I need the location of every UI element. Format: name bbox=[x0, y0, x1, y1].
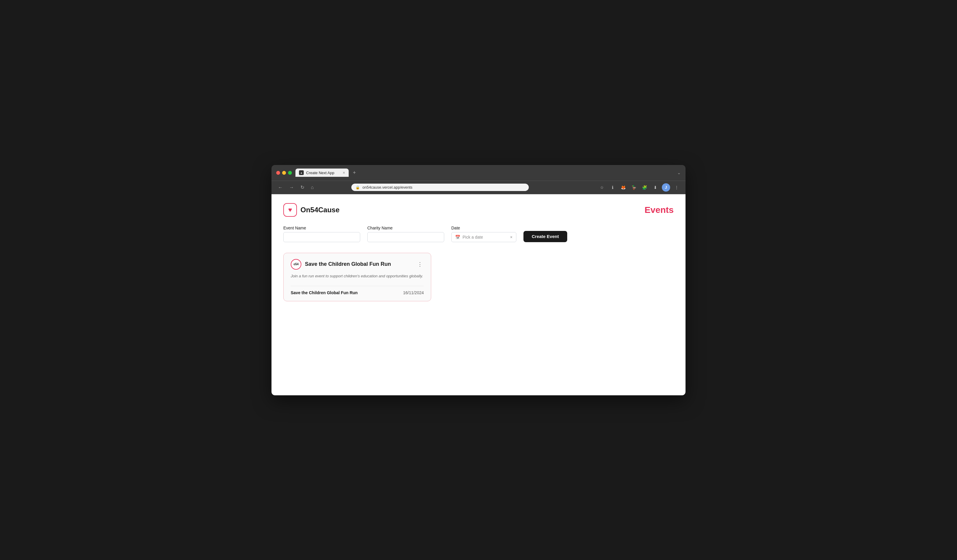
extension-icon-2[interactable]: 🦆 bbox=[630, 183, 638, 192]
new-tab-button[interactable]: + bbox=[351, 169, 358, 177]
home-button[interactable]: ⌂ bbox=[309, 184, 316, 191]
lock-icon: 🔒 bbox=[355, 185, 360, 189]
event-name-label: Event Name bbox=[283, 226, 360, 230]
event-description: Join a fun run event to support children… bbox=[291, 273, 424, 279]
user-avatar[interactable]: J bbox=[662, 183, 670, 192]
close-button[interactable] bbox=[276, 171, 280, 175]
forward-button[interactable]: → bbox=[287, 184, 296, 191]
nav-actions: ☆ ℹ 🦊 🦆 🧩 ⬇ J ⋮ bbox=[598, 183, 681, 192]
tab-close-button[interactable]: × bbox=[343, 170, 345, 175]
app-header: ♥ On54Cause Events bbox=[283, 203, 674, 217]
tab-title: Create Next App bbox=[306, 170, 334, 175]
date-label: Date bbox=[451, 226, 516, 230]
event-title-row: o54 Save the Children Global Fun Run bbox=[291, 259, 391, 270]
tab-bar: Create Next App × + bbox=[295, 169, 674, 177]
charity-name-field: Charity Name bbox=[367, 226, 444, 242]
extension-icon-1[interactable]: 🦊 bbox=[619, 183, 627, 192]
logo-heart-icon: ♥ bbox=[288, 206, 292, 214]
back-button[interactable]: ← bbox=[276, 184, 284, 191]
calendar-icon: 📅 bbox=[455, 235, 460, 240]
page-title: Events bbox=[645, 205, 674, 215]
navbar: ← → ↻ ⌂ 🔒 on54cause.vercel.app/events ☆ … bbox=[272, 181, 685, 194]
event-name-input[interactable] bbox=[283, 232, 360, 242]
bookmark-icon[interactable]: ☆ bbox=[598, 183, 606, 192]
app-name: On54Cause bbox=[300, 206, 340, 214]
download-icon[interactable]: ⬇ bbox=[651, 183, 660, 192]
event-date: 16/11/2024 bbox=[403, 290, 424, 295]
extension-icon-3[interactable]: 🧩 bbox=[641, 183, 649, 192]
event-badge: o54 bbox=[291, 259, 302, 270]
page-content: ♥ On54Cause Events Event Name Charity Na… bbox=[272, 194, 685, 395]
date-placeholder-text: Pick a date bbox=[463, 235, 508, 240]
traffic-lights bbox=[276, 171, 292, 175]
fullscreen-button[interactable] bbox=[288, 171, 292, 175]
minimize-button[interactable] bbox=[282, 171, 286, 175]
logo-icon: ♥ bbox=[283, 203, 297, 217]
date-clear-icon[interactable]: × bbox=[510, 235, 513, 240]
create-event-button[interactable]: Create Event bbox=[523, 231, 567, 242]
menu-icon[interactable]: ⋮ bbox=[673, 183, 681, 192]
event-card: o54 Save the Children Global Fun Run ⋮ J… bbox=[283, 253, 431, 301]
tab-expand-icon[interactable]: ⌄ bbox=[677, 170, 681, 175]
events-list: o54 Save the Children Global Fun Run ⋮ J… bbox=[283, 253, 674, 301]
event-charity-name: Save the Children Global Fun Run bbox=[291, 290, 357, 295]
charity-name-label: Charity Name bbox=[367, 226, 444, 230]
event-name: Save the Children Global Fun Run bbox=[305, 261, 391, 267]
event-footer: Save the Children Global Fun Run 16/11/2… bbox=[291, 286, 424, 295]
event-name-field: Event Name bbox=[283, 226, 360, 242]
create-event-form: Event Name Charity Name Date 📅 Pick a da… bbox=[283, 226, 674, 242]
address-bar[interactable]: 🔒 on54cause.vercel.app/events bbox=[351, 184, 529, 191]
info-icon[interactable]: ℹ bbox=[609, 183, 617, 192]
url-text: on54cause.vercel.app/events bbox=[362, 185, 412, 189]
browser-window: Create Next App × + ⌄ ← → ↻ ⌂ 🔒 on54caus… bbox=[272, 165, 685, 395]
tab-favicon bbox=[299, 170, 304, 175]
refresh-button[interactable]: ↻ bbox=[299, 183, 306, 191]
event-menu-button[interactable]: ⋮ bbox=[416, 260, 424, 269]
date-picker[interactable]: 📅 Pick a date × bbox=[451, 232, 516, 242]
title-bar: Create Next App × + ⌄ bbox=[272, 165, 685, 181]
date-field: Date 📅 Pick a date × bbox=[451, 226, 516, 242]
event-card-header: o54 Save the Children Global Fun Run ⋮ bbox=[291, 259, 424, 270]
active-tab[interactable]: Create Next App × bbox=[295, 169, 349, 177]
charity-name-input[interactable] bbox=[367, 232, 444, 242]
app-logo: ♥ On54Cause bbox=[283, 203, 340, 217]
